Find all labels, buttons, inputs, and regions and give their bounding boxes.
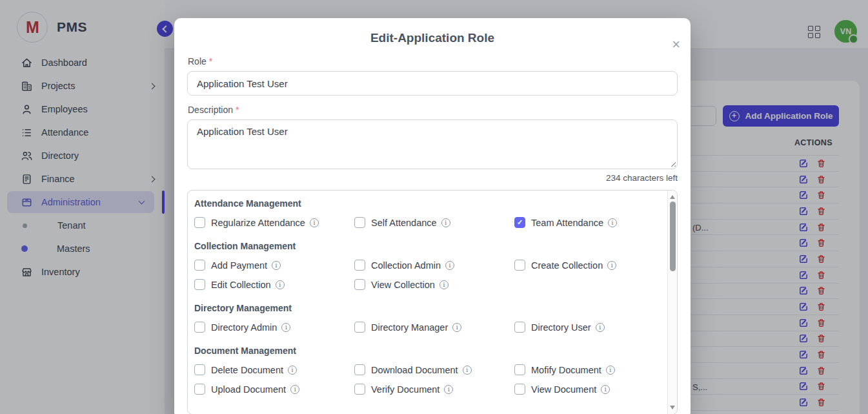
permission-group: Directory Management Directory Admin Dir… — [194, 303, 660, 333]
info-icon — [290, 385, 299, 394]
permission-group-title: Directory Management — [194, 303, 660, 313]
checkbox[interactable] — [354, 217, 365, 228]
info-icon — [439, 280, 449, 289]
description-textarea[interactable]: Application Test User — [187, 119, 678, 169]
checkbox[interactable] — [194, 279, 205, 290]
checkbox[interactable] — [354, 364, 365, 375]
info-icon — [463, 366, 472, 375]
permission-item[interactable]: View Document — [514, 384, 674, 395]
checkbox[interactable] — [194, 217, 205, 228]
checkbox[interactable] — [514, 322, 525, 333]
permission-grid: Delete Document Download Document Mofify… — [194, 364, 660, 395]
permission-label: Regularize Attendance — [211, 218, 305, 228]
permission-item[interactable]: Edit Collection — [194, 279, 354, 290]
info-icon — [288, 366, 297, 375]
checkbox[interactable] — [354, 322, 365, 333]
description-field-label: Description* — [188, 105, 678, 116]
info-icon — [606, 366, 615, 375]
checkbox[interactable] — [514, 217, 525, 228]
checkbox[interactable] — [194, 260, 205, 271]
info-icon — [445, 261, 454, 270]
checkbox[interactable] — [194, 322, 205, 333]
close-icon[interactable]: × — [672, 37, 680, 52]
permission-grid: Directory Admin Directory Manager Direct… — [194, 322, 660, 333]
checkbox[interactable] — [354, 260, 365, 271]
permission-group: Attendance Management Regularize Attenda… — [194, 198, 660, 228]
info-icon — [281, 323, 290, 332]
permission-grid: Regularize Attendance Self Attendance Te… — [194, 217, 660, 228]
permission-label: View Collection — [371, 280, 435, 290]
info-icon — [272, 261, 281, 270]
description-wrapper: Application Test User — [187, 119, 678, 169]
info-icon — [441, 218, 450, 227]
checkbox[interactable] — [194, 364, 205, 375]
panel-scrollbar[interactable] — [667, 191, 677, 414]
permission-item[interactable]: Team Attendance — [514, 217, 674, 228]
permission-item[interactable]: Directory User — [514, 322, 674, 333]
permission-label: Download Document — [371, 365, 458, 375]
permission-label: Edit Collection — [211, 280, 271, 290]
permission-label: Create Collection — [531, 260, 603, 271]
permission-label: Mofify Document — [531, 365, 601, 375]
required-asterisk: * — [236, 105, 239, 115]
permission-item[interactable]: Upload Document — [194, 384, 354, 395]
permission-label: Self Attendance — [371, 218, 437, 228]
info-icon — [601, 385, 610, 394]
permission-item[interactable]: Delete Document — [194, 364, 354, 375]
permission-item[interactable]: Directory Manager — [354, 322, 514, 333]
description-label-text: Description — [188, 105, 233, 115]
checkbox[interactable] — [354, 384, 365, 395]
role-label-text: Role — [188, 56, 207, 67]
permission-label: View Document — [531, 384, 596, 395]
permission-label: Team Attendance — [531, 218, 603, 228]
permission-group-title: Attendance Management — [194, 198, 660, 209]
info-icon — [608, 218, 617, 227]
permission-label: Upload Document — [211, 384, 286, 395]
permission-grid: Add Payment Collection Admin Create Coll… — [194, 260, 660, 290]
info-icon — [596, 323, 605, 332]
modal-title: Edit-Application Role — [174, 31, 691, 45]
permission-item[interactable]: Create Collection — [514, 260, 674, 271]
scrollbar-thumb[interactable] — [670, 202, 676, 271]
info-icon — [310, 218, 319, 227]
modal-body: Role* Description* Application Test User… — [174, 56, 691, 414]
permission-group-title: Collection Management — [194, 241, 660, 251]
permission-item[interactable]: Regularize Attendance — [194, 217, 354, 228]
permissions-panel: Attendance Management Regularize Attenda… — [187, 190, 678, 414]
info-icon — [452, 323, 461, 332]
required-asterisk: * — [209, 56, 212, 67]
permission-item[interactable]: Collection Admin — [354, 260, 514, 271]
permission-item[interactable]: Self Attendance — [354, 217, 514, 228]
permission-label: Delete Document — [211, 365, 283, 375]
characters-left-counter: 234 characters left — [187, 173, 678, 183]
permission-item[interactable]: View Collection — [354, 279, 514, 290]
app-screen: M PMS Dashboard Projects Employees — [0, 0, 868, 414]
permission-group: Collection Management Add Payment Collec… — [194, 241, 660, 290]
permission-label: Verify Document — [371, 384, 439, 395]
checkbox[interactable] — [354, 279, 365, 290]
edit-application-role-modal: × Edit-Application Role Role* Descriptio… — [174, 18, 691, 414]
info-icon — [276, 280, 285, 289]
permission-label: Collection Admin — [371, 260, 441, 271]
role-input[interactable] — [187, 71, 678, 96]
permission-item[interactable]: Verify Document — [354, 384, 514, 395]
checkbox[interactable] — [514, 260, 525, 271]
permission-group-title: Document Management — [194, 346, 660, 356]
info-icon — [444, 385, 453, 394]
checkbox[interactable] — [194, 384, 205, 395]
permission-item[interactable]: Add Payment — [194, 260, 354, 271]
permission-label: Directory Manager — [371, 322, 448, 333]
permission-label: Add Payment — [211, 260, 267, 271]
scroll-down-icon[interactable] — [670, 406, 675, 409]
permission-item[interactable]: Directory Admin — [194, 322, 354, 333]
role-field-label: Role* — [188, 56, 678, 67]
scroll-up-icon[interactable] — [670, 195, 675, 199]
permission-item[interactable]: Download Document — [354, 364, 514, 375]
checkbox[interactable] — [514, 384, 525, 395]
permission-item[interactable]: Mofify Document — [514, 364, 674, 375]
permission-label: Directory Admin — [211, 322, 277, 333]
permission-label: Directory User — [531, 322, 591, 333]
checkbox[interactable] — [514, 364, 525, 375]
info-icon — [607, 261, 616, 270]
permission-group: Document Management Delete Document Down… — [194, 346, 660, 395]
